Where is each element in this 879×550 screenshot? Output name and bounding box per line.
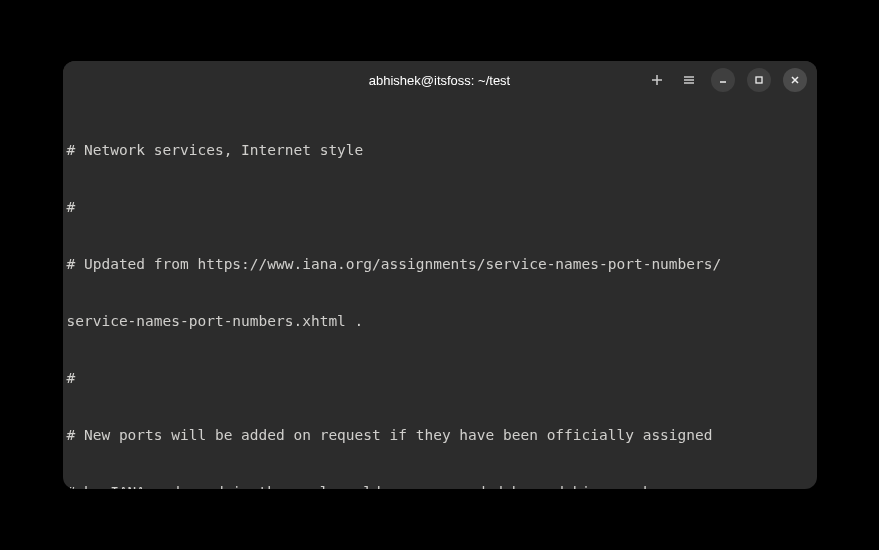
maximize-button[interactable] (747, 68, 771, 92)
terminal-line: # (63, 369, 817, 388)
terminal-line: # by IANA and used in the real-world or … (63, 483, 817, 489)
terminal-line: service-names-port-numbers.xhtml . (63, 312, 817, 331)
terminal-line: # (63, 198, 817, 217)
terminal-window: abhishek@itsfoss: ~/test (63, 61, 817, 489)
close-icon (790, 75, 800, 85)
maximize-icon (754, 75, 764, 85)
hamburger-icon (682, 73, 696, 87)
terminal-content[interactable]: # Network services, Internet style # # U… (63, 99, 817, 489)
minimize-icon (718, 75, 728, 85)
plus-icon (650, 73, 664, 87)
svg-rect-0 (756, 77, 762, 83)
window-titlebar: abhishek@itsfoss: ~/test (63, 61, 817, 99)
terminal-line: # New ports will be added on request if … (63, 426, 817, 445)
close-button[interactable] (783, 68, 807, 92)
menu-button[interactable] (679, 70, 699, 90)
terminal-line: # Network services, Internet style (63, 141, 817, 160)
titlebar-controls (647, 68, 807, 92)
new-tab-button[interactable] (647, 70, 667, 90)
terminal-line: # Updated from https://www.iana.org/assi… (63, 255, 817, 274)
minimize-button[interactable] (711, 68, 735, 92)
